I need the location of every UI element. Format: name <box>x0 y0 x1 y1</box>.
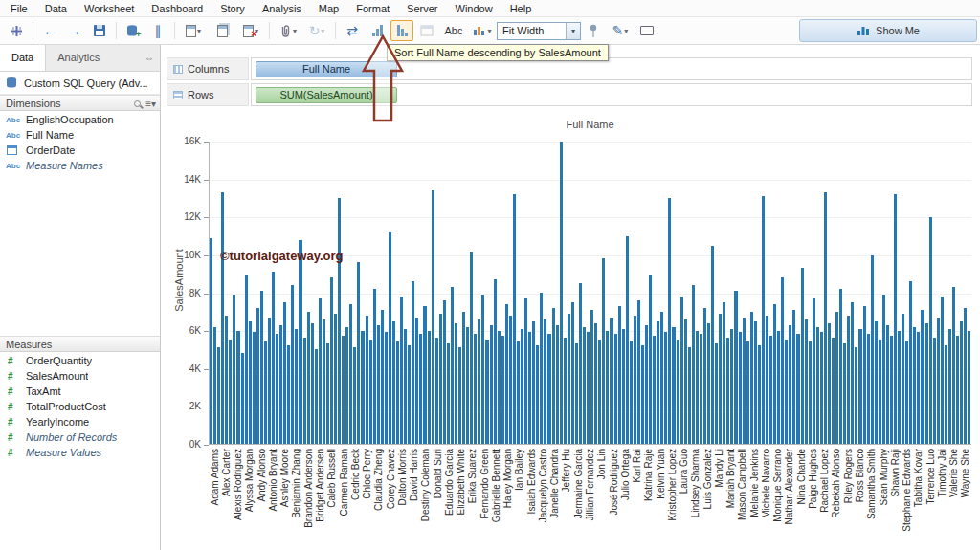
bar[interactable] <box>408 345 411 444</box>
bar[interactable] <box>824 192 827 444</box>
bar[interactable] <box>528 332 531 444</box>
add-datasource-button[interactable]: + <box>122 20 145 41</box>
measure-number-of-records[interactable]: #Number of Records <box>0 429 160 445</box>
bar[interactable] <box>536 345 539 444</box>
bar[interactable] <box>311 323 314 444</box>
bar[interactable] <box>498 331 501 445</box>
bar[interactable] <box>758 345 761 444</box>
bar[interactable] <box>668 198 671 444</box>
pin-axes-button[interactable] <box>582 20 605 41</box>
bar[interactable] <box>956 336 959 444</box>
bar[interactable] <box>361 331 364 445</box>
bar[interactable] <box>342 336 345 444</box>
bar[interactable] <box>540 293 543 444</box>
bar[interactable] <box>602 258 605 444</box>
bar[interactable] <box>245 275 248 444</box>
bar[interactable] <box>739 332 742 444</box>
bar[interactable] <box>766 316 768 444</box>
bar[interactable] <box>256 308 259 444</box>
bar[interactable] <box>509 316 512 444</box>
bar[interactable] <box>307 312 310 444</box>
bar[interactable] <box>494 279 497 444</box>
bar[interactable] <box>568 314 570 444</box>
bar[interactable] <box>634 316 636 444</box>
bar[interactable] <box>933 338 936 444</box>
bar[interactable] <box>233 295 235 444</box>
bar[interactable] <box>835 312 838 444</box>
bar[interactable] <box>594 323 597 444</box>
bar[interactable] <box>762 196 765 444</box>
bar[interactable] <box>879 340 881 444</box>
tab-analytics[interactable]: Analytics <box>46 45 111 71</box>
bar[interactable] <box>847 316 850 444</box>
bar[interactable] <box>276 334 278 444</box>
bar[interactable] <box>890 336 893 444</box>
bar[interactable] <box>660 312 663 444</box>
bar[interactable] <box>505 304 508 444</box>
bar[interactable] <box>455 323 457 444</box>
bar[interactable] <box>547 334 550 444</box>
menu-item-map[interactable]: Map <box>310 1 347 16</box>
bar[interactable] <box>366 316 368 444</box>
highlight-button[interactable] <box>415 20 438 41</box>
new-worksheet-button[interactable]: ▾ <box>180 20 207 41</box>
bar[interactable] <box>796 334 799 444</box>
menu-item-dashboard[interactable]: Dashboard <box>143 1 212 16</box>
bar[interactable] <box>929 217 932 444</box>
bar[interactable] <box>785 340 788 444</box>
bar[interactable] <box>268 318 271 444</box>
bar[interactable] <box>909 281 912 444</box>
bar[interactable] <box>319 298 322 444</box>
bar[interactable] <box>723 302 725 444</box>
bar[interactable] <box>610 318 612 444</box>
show-me-button[interactable]: Show Me <box>799 19 977 42</box>
bar[interactable] <box>792 310 795 444</box>
bar[interactable] <box>264 341 267 444</box>
bar[interactable] <box>941 297 944 444</box>
bar[interactable] <box>858 329 861 444</box>
bar[interactable] <box>832 338 835 444</box>
bar[interactable] <box>513 194 516 444</box>
menu-item-analysis[interactable]: Analysis <box>254 1 310 16</box>
bar[interactable] <box>828 323 831 444</box>
datasource-item[interactable]: Custom SQL Query (Adv... <box>0 72 160 95</box>
measure-yearlyincome[interactable]: #YearlyIncome <box>0 414 160 429</box>
bar[interactable] <box>769 336 772 444</box>
bar[interactable] <box>369 340 372 444</box>
bar[interactable] <box>560 142 563 444</box>
bar[interactable] <box>283 302 286 444</box>
bar[interactable] <box>715 343 718 444</box>
menu-item-help[interactable]: Help <box>501 1 541 16</box>
bar[interactable] <box>326 343 329 444</box>
bar[interactable] <box>703 308 706 444</box>
format-button[interactable]: ✎▾ <box>607 20 634 41</box>
bar[interactable] <box>626 236 629 444</box>
bar[interactable] <box>587 332 590 444</box>
bar[interactable] <box>381 310 384 444</box>
bar[interactable] <box>349 304 352 444</box>
bar[interactable] <box>894 194 897 444</box>
tab-data[interactable]: Data <box>0 45 46 71</box>
bar[interactable] <box>524 298 527 444</box>
bar[interactable] <box>921 310 924 444</box>
bar[interactable] <box>598 340 601 444</box>
bar[interactable] <box>590 310 593 444</box>
menu-item-window[interactable]: Window <box>447 1 501 16</box>
bar[interactable] <box>229 340 232 444</box>
bar[interactable] <box>913 327 916 444</box>
bar[interactable] <box>249 321 252 444</box>
bar[interactable] <box>937 318 940 444</box>
bar[interactable] <box>462 312 465 444</box>
bar[interactable] <box>579 283 582 444</box>
bar[interactable] <box>917 332 920 444</box>
bar[interactable] <box>820 332 823 444</box>
bar[interactable] <box>672 327 675 444</box>
bar[interactable] <box>334 314 337 444</box>
bar[interactable] <box>843 343 846 444</box>
dimension-full-name[interactable]: AbcFull Name <box>0 127 160 143</box>
bar[interactable] <box>684 319 687 444</box>
dimension-orderdate[interactable]: OrderDate <box>0 143 160 158</box>
bar[interactable] <box>253 332 256 444</box>
measure-measure-values[interactable]: #Measure Values <box>0 445 160 460</box>
measure-totalproductcost[interactable]: #TotalProductCost <box>0 399 160 414</box>
